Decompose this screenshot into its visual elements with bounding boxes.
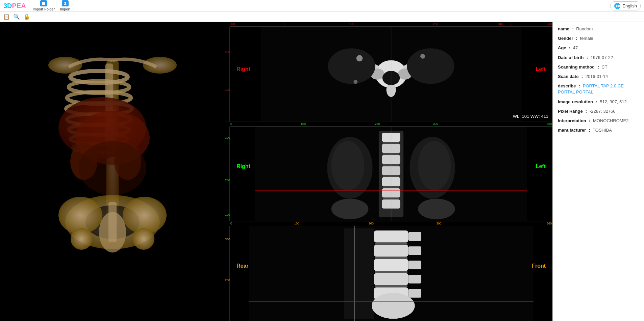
dob-label: Date of birth ：	[558, 55, 589, 60]
scan-date-label: Scan date ：	[558, 74, 584, 79]
main-content: 300 0 100 200 300 360 200 100	[0, 22, 644, 321]
sagittal-front-label: Front	[532, 263, 546, 269]
svg-point-33	[328, 48, 375, 84]
svg-rect-66	[374, 259, 408, 271]
svg-rect-75	[408, 261, 421, 269]
gender-value: female	[580, 36, 593, 41]
3d-render-area	[0, 22, 225, 321]
svg-rect-65	[374, 245, 408, 257]
svg-point-35	[356, 55, 363, 61]
ctm-left-100: 100	[225, 213, 230, 216]
import-label: Import	[60, 7, 70, 11]
import-folder-label: Import Folder	[33, 7, 55, 11]
3d-view-panel[interactable]	[0, 22, 225, 321]
info-manufacturer: manufacturer ： TOSHIBA	[558, 127, 639, 133]
svg-point-14	[79, 141, 146, 195]
image-res-label: Image resolution ：	[558, 99, 599, 104]
name-label: name ：	[558, 26, 575, 31]
ctm-tick-360: 360	[547, 122, 552, 126]
axial-right-label: Right	[237, 66, 250, 72]
age-label: Age ：	[558, 45, 572, 50]
info-panel: name ： Random Gender ： female Age ： 47 D…	[553, 22, 644, 321]
svg-rect-67	[374, 273, 408, 285]
ct-image-axial: Right Left WL: 101 WW: 411	[230, 27, 552, 122]
svg-point-57	[331, 141, 365, 190]
ruler-top-sagittal: 0 100 200 300 360	[230, 221, 552, 226]
info-scan-date: Scan date ： 2016-01-14	[558, 74, 639, 80]
svg-point-24	[143, 57, 177, 74]
scan-method-value: CT	[601, 64, 607, 70]
interpretation-label: Interpretation ：	[558, 118, 592, 123]
language-selector[interactable]: 🌐 English	[610, 1, 641, 10]
manufacturer-label: manufacturer ：	[558, 128, 592, 133]
image-res-value: 512, 307, 512	[600, 99, 627, 104]
svg-rect-70	[375, 257, 407, 259]
svg-rect-71	[375, 271, 407, 273]
clipboard-tool[interactable]: 📋	[3, 13, 10, 21]
info-age: Age ： 47	[558, 45, 639, 51]
cts-left-300: 300	[225, 238, 230, 241]
import-folder-icon	[40, 0, 47, 6]
gender-label: Gender ：	[558, 36, 579, 41]
manufacturer-value: TOSHIBA	[593, 128, 612, 133]
ct-image-coronal: Right Left	[230, 127, 552, 221]
svg-rect-77	[408, 289, 421, 298]
ruler-top-axial: 300 0 100 200 300 360	[230, 22, 552, 27]
ruler-top-coronal: 0 100 260 300 360	[230, 122, 552, 127]
ct-panel-coronal[interactable]: 0 100 260 300 360 300 200 100	[225, 122, 552, 222]
svg-rect-74	[408, 246, 421, 255]
svg-point-19	[71, 228, 92, 250]
ct-image-sagittal: Rear Front	[230, 226, 552, 321]
age-value: 47	[573, 45, 578, 50]
ct-panel-axial[interactable]: 300 0 100 200 300 360 200 100	[225, 22, 552, 122]
cts-tick-100: 100	[294, 222, 299, 225]
describe-label: describe ：	[558, 83, 581, 88]
ruler-tick-0: 0	[284, 22, 286, 26]
svg-point-58	[418, 141, 451, 190]
header: 3DPEA Import Folder Import 🌐 English	[0, 0, 644, 12]
ruler-tick-300: 300	[498, 22, 503, 26]
import-button[interactable]: Import	[60, 0, 70, 11]
logo-3d-text: 3D	[3, 2, 12, 10]
info-name: name ： Random	[558, 26, 639, 32]
lock-tool[interactable]: 🔒	[23, 13, 30, 21]
globe-icon: 🌐	[614, 3, 621, 9]
axial-left-label: Left	[536, 66, 546, 72]
name-value: Random	[576, 26, 593, 31]
info-gender: Gender ： female	[558, 35, 639, 42]
svg-point-34	[407, 48, 454, 84]
info-interpretation: Interpretation ： MONOCHROME2	[558, 118, 639, 124]
ruler-left-coronal: 300 200 100	[225, 127, 230, 221]
svg-point-37	[353, 80, 357, 84]
ct-panel-sagittal[interactable]: 0 100 200 300 360 300 200	[225, 221, 552, 321]
ctm-left-200: 200	[225, 179, 230, 182]
import-icon	[62, 0, 69, 6]
svg-point-23	[48, 57, 82, 74]
svg-rect-69	[375, 243, 407, 245]
ctm-tick-100: 100	[301, 122, 306, 126]
dob-value: 1976-07-22	[591, 55, 613, 60]
svg-point-36	[420, 54, 425, 59]
coronal-right-label: Right	[237, 163, 250, 169]
cts-tick-200: 200	[369, 222, 374, 225]
body-3d-svg	[31, 33, 194, 310]
svg-point-59	[331, 198, 369, 219]
scan-method-label: Scanning method ：	[558, 64, 600, 70]
svg-rect-73	[408, 232, 421, 241]
search-tool[interactable]: 🔍	[13, 13, 20, 21]
ctm-tick-0: 0	[230, 122, 232, 126]
svg-point-60	[418, 198, 455, 219]
toolbar: 📋 🔍 🔒	[0, 12, 644, 22]
info-describe: describe ： PORTAL TAP 2.0 CE PORTAL PORT…	[558, 83, 639, 95]
ruler-tick-360: 360	[547, 22, 552, 26]
app-logo: 3DPEA	[3, 2, 26, 10]
svg-rect-72	[375, 285, 407, 287]
language-label: English	[622, 3, 637, 8]
logo-pea-text: PEA	[12, 2, 26, 10]
ctm-tick-260: 260	[375, 122, 380, 126]
import-folder-button[interactable]: Import Folder	[33, 0, 55, 11]
svg-rect-76	[408, 275, 421, 284]
ctm-tick-300: 300	[433, 122, 438, 126]
wl-ww-label: WL: 101 WW: 411	[513, 114, 548, 119]
coronal-left-label: Left	[536, 163, 546, 169]
